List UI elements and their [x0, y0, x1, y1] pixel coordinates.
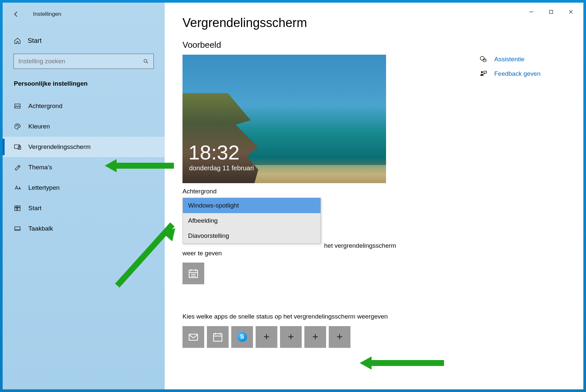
- page-title: Vergrendelingsscherm: [182, 16, 566, 30]
- tile-skype[interactable]: S: [231, 326, 253, 348]
- nav-label: Achtergrond: [28, 102, 63, 110]
- dropdown-option-diavoorstelling[interactable]: Diavoorstelling: [183, 228, 321, 243]
- svg-rect-7: [15, 206, 17, 208]
- feedback-icon: [479, 70, 487, 78]
- home-label: Start: [28, 37, 42, 44]
- quick-status-tiles: S + + + +: [182, 326, 566, 348]
- window-controls: [521, 5, 581, 18]
- assist-label: Assistentie: [494, 56, 525, 63]
- right-links: Assistentie Feedback geven: [479, 55, 541, 78]
- nav-label: Kleuren: [28, 123, 50, 130]
- preview-time: 18:32: [188, 141, 239, 164]
- start-icon: [14, 205, 21, 212]
- svg-rect-10: [17, 208, 20, 210]
- tile-add-3[interactable]: +: [304, 326, 326, 348]
- svg-point-0: [144, 59, 147, 62]
- assist-icon: [479, 55, 487, 63]
- taskbar-icon: [14, 225, 21, 232]
- background-label: Achtergrond: [182, 188, 566, 195]
- close-button[interactable]: [561, 5, 581, 18]
- svg-point-3: [17, 125, 18, 126]
- sidebar-header: Instellingen: [3, 3, 165, 22]
- svg-point-28: [480, 56, 484, 60]
- app-title: Instellingen: [33, 11, 61, 17]
- svg-rect-8: [17, 206, 20, 208]
- detailed-status-tiles: [182, 263, 566, 284]
- dropdown-option-spotlight[interactable]: Windows-spotlight: [183, 198, 321, 213]
- svg-rect-23: [189, 334, 198, 340]
- sidebar-item-vergrendelingsscherm[interactable]: Vergrendelingsscherm: [3, 137, 165, 157]
- svg-point-29: [483, 59, 486, 62]
- svg-rect-1: [15, 104, 20, 108]
- svg-point-32: [481, 71, 483, 73]
- tile-add-4[interactable]: +: [329, 326, 350, 348]
- plus-icon: +: [264, 331, 270, 343]
- search-icon: [143, 58, 149, 64]
- nav-label: Taakbalk: [28, 225, 53, 232]
- annotation-arrow-3: [372, 360, 444, 366]
- nav-label: Thema's: [28, 164, 52, 171]
- nav-label: Start: [28, 205, 42, 212]
- nav-label: Vergrendelingsscherm: [28, 143, 91, 151]
- svg-rect-9: [15, 208, 17, 210]
- fonts-icon: [14, 184, 21, 191]
- palette-icon: [14, 123, 21, 130]
- home-icon: [14, 37, 21, 44]
- tile-add-2[interactable]: +: [280, 326, 302, 348]
- svg-rect-33: [484, 71, 487, 73]
- search-input[interactable]: [18, 58, 143, 65]
- tile-add-1[interactable]: +: [256, 326, 277, 348]
- minimize-button[interactable]: [521, 5, 541, 18]
- plus-icon: +: [337, 331, 343, 343]
- sidebar-item-achtergrond[interactable]: Achtergrond: [3, 96, 165, 116]
- dropdown-option-afbeelding[interactable]: Afbeelding: [183, 213, 321, 228]
- background-dropdown[interactable]: Windows-spotlight Afbeelding Diavoorstel…: [182, 198, 321, 244]
- search-box[interactable]: [14, 54, 154, 69]
- svg-rect-11: [15, 227, 20, 231]
- feedback-label: Feedback geven: [494, 70, 541, 77]
- preview-date: donderdag 11 februari: [189, 164, 254, 172]
- annotation-arrow-1: [111, 163, 174, 169]
- feedback-link[interactable]: Feedback geven: [479, 70, 541, 78]
- quick-status-label: Kies welke apps de snelle status op het …: [182, 310, 400, 322]
- settings-window: Instellingen Start Persoonlijke instelli…: [3, 3, 583, 389]
- svg-point-4: [18, 126, 19, 126]
- themes-icon: [14, 164, 21, 171]
- sidebar-item-kleuren[interactable]: Kleuren: [3, 116, 165, 137]
- preview-title: Voorbeeld: [182, 40, 566, 50]
- assist-link[interactable]: Assistentie: [479, 55, 541, 63]
- plus-icon: +: [312, 331, 319, 343]
- sidebar: Instellingen Start Persoonlijke instelli…: [3, 3, 165, 389]
- skype-icon: S: [237, 332, 247, 342]
- sidebar-item-start[interactable]: Start: [3, 198, 165, 218]
- picture-icon: [14, 102, 21, 110]
- annotation-arrow-1-head: [105, 159, 117, 172]
- main-content: Vergrendelingsscherm Voorbeeld 18:32 don…: [165, 3, 583, 389]
- maximize-button[interactable]: [541, 5, 561, 18]
- tile-mail[interactable]: [182, 326, 204, 348]
- svg-point-31: [485, 60, 485, 60]
- home-button[interactable]: Start: [3, 32, 165, 50]
- back-icon[interactable]: [13, 11, 20, 18]
- svg-rect-14: [549, 10, 553, 14]
- tile-calendar[interactable]: [207, 326, 229, 348]
- tile-calendar-detailed[interactable]: [182, 263, 204, 284]
- sidebar-item-lettertypen[interactable]: Lettertypen: [3, 178, 165, 198]
- lock-screen-preview: 18:32 donderdag 11 februari: [182, 55, 386, 183]
- sidebar-item-taakbalk[interactable]: Taakbalk: [3, 218, 165, 239]
- lock-screen-icon: [14, 143, 21, 151]
- nav-label: Lettertypen: [28, 184, 60, 191]
- plus-icon: +: [288, 331, 294, 343]
- svg-point-30: [484, 60, 484, 60]
- svg-rect-24: [213, 334, 222, 341]
- annotation-arrow-3-head: [360, 356, 372, 370]
- svg-point-2: [16, 126, 16, 126]
- section-label: Persoonlijke instellingen: [3, 69, 165, 91]
